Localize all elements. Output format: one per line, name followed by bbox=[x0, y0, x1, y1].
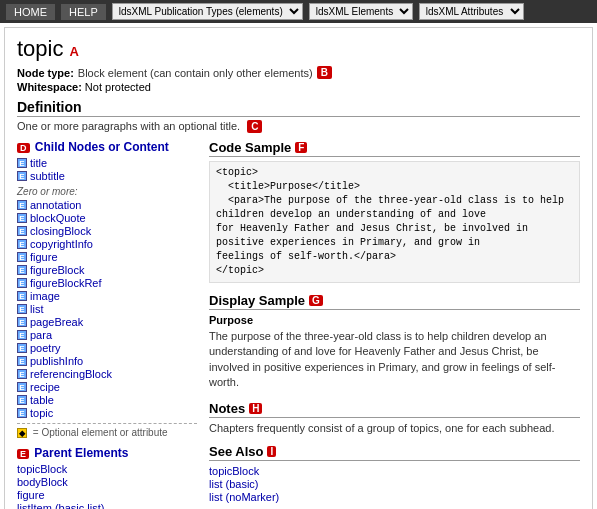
child-link[interactable]: subtitle bbox=[30, 170, 65, 182]
page-title: topic bbox=[17, 36, 63, 62]
parent-item: bodyBlock bbox=[17, 476, 197, 488]
node-type-row: Node type: Block element (can contain on… bbox=[17, 66, 580, 79]
see-also-items-list: topicBlocklist (basic)list (noMarker) bbox=[209, 465, 580, 503]
child-link[interactable]: blockQuote bbox=[30, 212, 86, 224]
optional-items-list: EannotationEblockQuoteEclosingBlockEcopy… bbox=[17, 199, 197, 419]
required-items-list: EtitleEsubtitle bbox=[17, 157, 197, 182]
notes-text: Chapters frequently consist of a group o… bbox=[209, 422, 580, 434]
parent-item: listItem (basic list) bbox=[17, 502, 197, 509]
child-link[interactable]: list bbox=[30, 303, 43, 315]
child-link[interactable]: copyrightInfo bbox=[30, 238, 93, 250]
child-icon: E bbox=[17, 213, 27, 223]
parent-items-list: topicBlockbodyBlockfigurelistItem (basic… bbox=[17, 463, 197, 509]
parent-link[interactable]: listItem (basic list) bbox=[17, 502, 104, 509]
child-link[interactable]: poetry bbox=[30, 342, 61, 354]
child-link[interactable]: figure bbox=[30, 251, 58, 263]
parent-badge: E bbox=[17, 449, 29, 459]
child-optional-item: EreferencingBlock bbox=[17, 368, 197, 380]
child-optional-item: Eannotation bbox=[17, 199, 197, 211]
whitespace-row: Whitespace: Not protected bbox=[17, 81, 580, 93]
child-section-title: D Child Nodes or Content bbox=[17, 140, 197, 154]
child-link[interactable]: closingBlock bbox=[30, 225, 91, 237]
code-sample-section: Code Sample F <topic> <title>Purpose</ti… bbox=[209, 140, 580, 283]
child-link[interactable]: para bbox=[30, 329, 52, 341]
code-sample-title: Code Sample F bbox=[209, 140, 580, 157]
parent-link[interactable]: topicBlock bbox=[17, 463, 67, 475]
see-also-item: list (noMarker) bbox=[209, 491, 580, 503]
help-button[interactable]: HELP bbox=[61, 4, 106, 20]
child-icon: E bbox=[17, 226, 27, 236]
child-icon: E bbox=[17, 369, 27, 379]
display-sample-text: The purpose of the three-year-old class … bbox=[209, 329, 580, 391]
child-icon: E bbox=[17, 265, 27, 275]
child-optional-item: EfigureBlock bbox=[17, 264, 197, 276]
right-column: Code Sample F <topic> <title>Purpose</ti… bbox=[209, 140, 580, 509]
child-icon: E bbox=[17, 356, 27, 366]
whitespace-value: Not protected bbox=[85, 81, 151, 93]
parent-section-title: E Parent Elements bbox=[17, 446, 197, 460]
see-also-section: See Also I topicBlocklist (basic)list (n… bbox=[209, 444, 580, 503]
child-icon: E bbox=[17, 158, 27, 168]
code-block: <topic> <title>Purpose</title> <para>The… bbox=[209, 161, 580, 283]
child-icon: E bbox=[17, 395, 27, 405]
child-optional-item: Etopic bbox=[17, 407, 197, 419]
definition-badge: C bbox=[247, 120, 262, 133]
child-optional-item: EpageBreak bbox=[17, 316, 197, 328]
child-link[interactable]: table bbox=[30, 394, 54, 406]
child-icon: E bbox=[17, 200, 27, 210]
child-badge: D bbox=[17, 143, 30, 153]
child-icon: E bbox=[17, 317, 27, 327]
child-icon: E bbox=[17, 330, 27, 340]
parent-link[interactable]: bodyBlock bbox=[17, 476, 68, 488]
child-optional-item: Epara bbox=[17, 329, 197, 341]
elements-select[interactable]: ldsXML Elements bbox=[309, 3, 413, 20]
code-sample-badge: F bbox=[295, 142, 307, 153]
child-icon: E bbox=[17, 239, 27, 249]
child-optional-item: EclosingBlock bbox=[17, 225, 197, 237]
zero-or-more-label: Zero or more: bbox=[17, 186, 197, 197]
parent-link[interactable]: figure bbox=[17, 489, 45, 501]
child-optional-item: Epoetry bbox=[17, 342, 197, 354]
node-type-label: Node type: bbox=[17, 67, 74, 79]
display-sample-badge: G bbox=[309, 295, 323, 306]
node-type-value: Block element (can contain only other el… bbox=[78, 67, 313, 79]
two-col-layout: D Child Nodes or Content EtitleEsubtitle… bbox=[17, 140, 580, 509]
see-also-link[interactable]: list (noMarker) bbox=[209, 491, 279, 503]
see-also-badge: I bbox=[267, 446, 276, 457]
child-optional-item: Etable bbox=[17, 394, 197, 406]
child-icon: E bbox=[17, 304, 27, 314]
attributes-select[interactable]: ldsXML Attributes bbox=[419, 3, 524, 20]
child-optional-item: EpublishInfo bbox=[17, 355, 197, 367]
child-link[interactable]: figureBlockRef bbox=[30, 277, 102, 289]
child-icon: E bbox=[17, 171, 27, 181]
child-link[interactable]: recipe bbox=[30, 381, 60, 393]
home-button[interactable]: HOME bbox=[6, 4, 55, 20]
child-required-item: Etitle bbox=[17, 157, 197, 169]
child-link[interactable]: title bbox=[30, 157, 47, 169]
child-optional-item: EcopyrightInfo bbox=[17, 238, 197, 250]
see-also-link[interactable]: topicBlock bbox=[209, 465, 259, 477]
notes-title: Notes H bbox=[209, 401, 580, 418]
child-link[interactable]: figureBlock bbox=[30, 264, 84, 276]
display-sample-title-header: Display Sample G bbox=[209, 293, 580, 310]
title-badge: A bbox=[69, 44, 78, 59]
top-nav: HOME HELP ldsXML Publication Types (elem… bbox=[0, 0, 597, 23]
child-optional-item: EfigureBlockRef bbox=[17, 277, 197, 289]
child-link[interactable]: publishInfo bbox=[30, 355, 83, 367]
parent-item: figure bbox=[17, 489, 197, 501]
child-optional-item: Eimage bbox=[17, 290, 197, 302]
left-column: D Child Nodes or Content EtitleEsubtitle… bbox=[17, 140, 197, 509]
optional-icon: ◆ bbox=[17, 428, 27, 438]
notes-section: Notes H Chapters frequently consist of a… bbox=[209, 401, 580, 434]
publication-types-select[interactable]: ldsXML Publication Types (elements) bbox=[112, 3, 303, 20]
main-content: topic A Node type: Block element (can co… bbox=[4, 27, 593, 509]
child-link[interactable]: topic bbox=[30, 407, 53, 419]
child-link[interactable]: referencingBlock bbox=[30, 368, 112, 380]
child-link[interactable]: annotation bbox=[30, 199, 81, 211]
child-link[interactable]: pageBreak bbox=[30, 316, 83, 328]
see-also-link[interactable]: list (basic) bbox=[209, 478, 259, 490]
child-link[interactable]: image bbox=[30, 290, 60, 302]
see-also-title: See Also I bbox=[209, 444, 580, 461]
child-optional-item: Elist bbox=[17, 303, 197, 315]
see-also-item: topicBlock bbox=[209, 465, 580, 477]
